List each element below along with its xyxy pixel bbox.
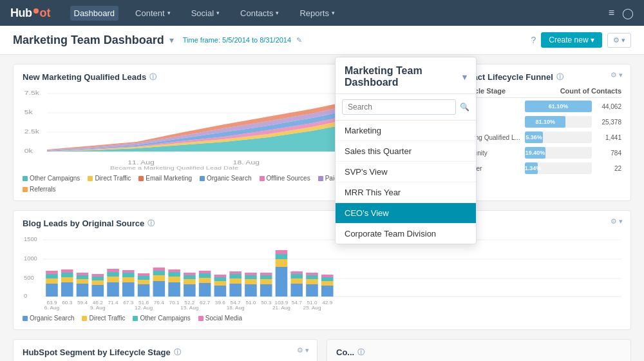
settings-button[interactable]: ⚙ ▾ <box>607 33 631 48</box>
svg-rect-82 <box>214 281 227 286</box>
blog-legend-social: Social Media <box>198 315 242 322</box>
svg-rect-39 <box>77 273 89 275</box>
search-icon: 🔍 <box>460 102 469 112</box>
nav-item-contacts[interactable]: Contacts ▾ <box>236 6 283 21</box>
dropdown-item-sales[interactable]: Sales this Quarter <box>336 141 476 162</box>
legend-offline-sources: Offline Sources <box>260 175 310 182</box>
svg-rect-97 <box>260 279 272 284</box>
segment-widget: HubSpot Segment by Lifecycle Stage ⓘ ⚙ ▾… <box>13 339 317 361</box>
svg-rect-112 <box>306 279 318 284</box>
svg-rect-89 <box>229 271 242 274</box>
svg-rect-94 <box>245 273 257 275</box>
help-icon[interactable]: ? <box>531 35 536 45</box>
dashboard-dropdown: Marketing Team Dashboard ▾ 🔍 Marketing S… <box>335 57 477 244</box>
timeframe-value[interactable]: 5/5/2014 to 8/31/2014 <box>222 36 291 44</box>
svg-rect-34 <box>61 269 73 273</box>
dropdown-item-mrr[interactable]: MRR This Year <box>336 182 476 203</box>
hamburger-icon[interactable]: ≡ <box>609 7 614 19</box>
funnel-bar-created-pct: 61.10% <box>549 103 569 110</box>
header-actions: ? Create new ▾ ⚙ ▾ <box>531 32 631 48</box>
svg-text:7.5k: 7.5k <box>24 90 40 96</box>
funnel-info-icon[interactable]: ⓘ <box>556 72 564 82</box>
segment-menu[interactable]: ⚙ ▾ <box>297 346 309 355</box>
svg-text:59.4: 59.4 <box>77 300 88 306</box>
edit-icon[interactable]: ✎ <box>296 36 302 44</box>
svg-text:1500: 1500 <box>24 236 37 242</box>
qualified-leads-info-icon[interactable]: ⓘ <box>149 72 156 82</box>
svg-text:Became a Marketing Qualified L: Became a Marketing Qualified Lead Date <box>110 164 238 170</box>
nav-item-dashboard[interactable]: Dashboard <box>70 6 119 21</box>
dropdown-item-svp[interactable]: SVP's View <box>336 162 476 182</box>
svg-text:71.4: 71.4 <box>108 300 118 306</box>
blog-leads-widget: Blog Leads by Original Source ⓘ ⚙ ▾ 1500… <box>13 210 631 330</box>
logo-dot <box>33 8 39 14</box>
funnel-bar-mql-pct: 5.36% <box>526 134 542 141</box>
svg-rect-92 <box>245 279 257 284</box>
svg-text:500: 500 <box>24 275 34 281</box>
svg-rect-44 <box>91 274 104 277</box>
svg-text:1000: 1000 <box>24 255 37 262</box>
svg-rect-118 <box>321 277 334 281</box>
blog-leads-menu[interactable]: ⚙ ▾ <box>611 217 623 226</box>
svg-text:62.7: 62.7 <box>200 300 211 306</box>
funnel-bar-created-container: 61.10% <box>525 101 592 112</box>
dashboard-search-input[interactable] <box>342 99 456 115</box>
contact-widget: Co... ⓘ <box>327 339 631 361</box>
blog-legend-dot-social <box>198 316 204 321</box>
svg-rect-36 <box>77 284 89 297</box>
svg-rect-46 <box>107 282 119 297</box>
svg-rect-57 <box>138 280 150 284</box>
svg-rect-98 <box>260 275 272 279</box>
legend-referrals: Referrals <box>23 186 56 193</box>
svg-text:2.5k: 2.5k <box>24 128 40 135</box>
funnel-bar-mql: 5.36% <box>525 132 543 143</box>
dropdown-item-ceo[interactable]: CEO's View <box>336 203 476 224</box>
hubspot-logo[interactable]: Hubot <box>10 6 51 20</box>
nav-item-social[interactable]: Social ▾ <box>187 6 223 21</box>
contact-info-icon[interactable]: ⓘ <box>357 347 365 357</box>
funnel-title: Contact Lifecycle Funnel ⓘ <box>454 72 621 82</box>
svg-text:12. Aug: 12. Aug <box>135 305 153 311</box>
create-new-button[interactable]: Create new ▾ <box>541 32 602 48</box>
svg-rect-119 <box>321 275 334 277</box>
logo-hub-text: Hub <box>10 6 32 20</box>
svg-text:42.9: 42.9 <box>322 300 333 306</box>
blog-legend-direct: Direct Traffic <box>82 315 125 322</box>
svg-rect-68 <box>168 272 180 277</box>
nav-item-content[interactable]: Content ▾ <box>131 6 175 21</box>
legend-dot-organic-search <box>200 176 205 181</box>
svg-rect-81 <box>214 286 227 297</box>
contacts-chevron-icon: ▾ <box>276 10 279 16</box>
funnel-bar-customer: 11.34% <box>525 162 538 174</box>
svg-rect-77 <box>199 278 211 283</box>
dropdown-item-corporate[interactable]: Corporate Team Division <box>336 224 476 244</box>
top-navigation: Hubot Dashboard Content ▾ Social ▾ Conta… <box>0 0 644 26</box>
svg-rect-99 <box>260 273 272 275</box>
svg-rect-37 <box>77 279 89 284</box>
svg-rect-88 <box>229 274 242 278</box>
funnel-table: Lifecycle Stage Count of Contacts Create… <box>454 87 621 174</box>
blog-leads-info-icon[interactable]: ⓘ <box>147 219 155 228</box>
legend-organic-search: Organic Search <box>200 175 251 182</box>
svg-text:0: 0 <box>24 293 27 299</box>
funnel-bar-lead-container: 81.10% <box>525 116 592 128</box>
svg-rect-79 <box>199 271 211 273</box>
funnel-menu[interactable]: ⚙ ▾ <box>611 71 623 79</box>
dropdown-title-arrow[interactable]: ▾ <box>462 72 467 82</box>
svg-rect-84 <box>214 275 227 277</box>
dropdown-item-marketing[interactable]: Marketing <box>336 121 476 141</box>
svg-rect-49 <box>107 269 119 272</box>
segment-title: HubSpot Segment by Lifecycle Stage ⓘ <box>23 347 308 357</box>
svg-rect-26 <box>46 284 58 297</box>
svg-text:15. Aug: 15. Aug <box>180 305 198 311</box>
svg-rect-53 <box>122 273 135 277</box>
user-icon[interactable]: ◯ <box>622 7 634 19</box>
funnel-row-mql: Marketing Qualified L... 5.36% 1,441 <box>454 132 621 143</box>
dashboard-dropdown-arrow[interactable]: ▾ <box>169 35 174 45</box>
contact-widget-title: Co... ⓘ <box>336 347 621 357</box>
svg-text:9. Aug: 9. Aug <box>90 305 105 311</box>
segment-info-icon[interactable]: ⓘ <box>174 347 181 357</box>
svg-rect-117 <box>321 281 334 286</box>
svg-rect-28 <box>46 274 58 278</box>
nav-item-reports[interactable]: Reports ▾ <box>296 6 339 21</box>
